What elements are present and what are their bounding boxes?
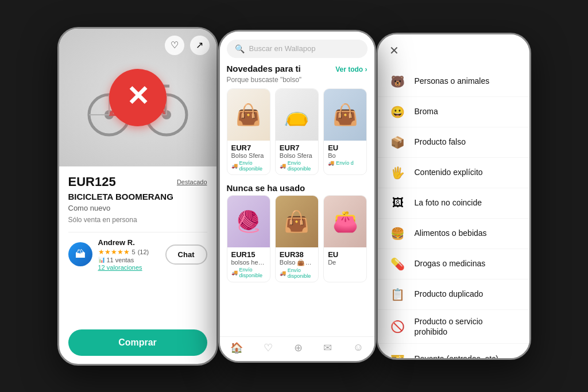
prohibited-icon: 🚫 xyxy=(389,318,407,335)
drugs-icon: 💊 xyxy=(389,255,407,273)
listing-price: EUR125 xyxy=(68,174,116,189)
report-label-people-animals: Personas o animales xyxy=(415,76,490,86)
nav-home[interactable]: 🏠 xyxy=(230,341,243,354)
listing-title: BICICLETA BOOMERANG xyxy=(68,192,207,201)
bike-image-container: ✕ ♡ ↗ xyxy=(59,29,216,166)
joke-icon: 😀 xyxy=(389,103,407,121)
product-card-5[interactable]: 👜 EUR38 Bolso 👜👜👜 ... 🚚 Envío disponible xyxy=(275,195,319,282)
destacado-badge: Destacado xyxy=(177,178,207,185)
product-name-1: Bolso Sfera xyxy=(231,152,266,159)
product-card-4[interactable]: 🧶 EUR15 bolsos hechos a... 🚚 Envío dispo… xyxy=(227,195,270,282)
truck-icon-2: 🚚 xyxy=(280,163,286,169)
phone-browse: 🔍 Buscar en Wallapop Novedades para ti V… xyxy=(218,30,376,363)
shipping-badge-2: 🚚 Envío disponible xyxy=(280,160,314,172)
shipping-text-5: Envío disponible xyxy=(288,267,314,279)
shipping-badge-3: 🚚 Envío d xyxy=(328,160,362,166)
seller-details: Andrew R. ★★★★★ 5 (12) 📊 11 ventas 12 va… xyxy=(98,238,160,271)
report-label-food: Alimentos o bebidas xyxy=(415,228,487,238)
share-icon[interactable]: ↗ xyxy=(190,36,210,55)
nav-profile[interactable]: ☺ xyxy=(353,341,363,354)
people-animals-icon: 🐻 xyxy=(389,73,407,90)
close-button[interactable]: ✕ xyxy=(378,44,411,67)
listing-condition: Como nuevo xyxy=(68,204,207,212)
search-icon: 🔍 xyxy=(235,44,245,53)
product-card-6[interactable]: 👛 EU De xyxy=(323,195,367,282)
product-name-2: Bolso Sfera xyxy=(280,152,314,159)
product-price-6: EU xyxy=(328,250,362,259)
product-card[interactable]: 👜 EUR7 Bolso Sfera 🚚 Envío disponible xyxy=(227,88,270,175)
report-item-fake-product[interactable]: 📦 Producto falso xyxy=(378,127,529,158)
section2-title: Nunca se ha usado xyxy=(227,183,305,193)
report-item-food[interactable]: 🍔 Alimentos o bebidas xyxy=(378,219,529,249)
product-card-2[interactable]: 👝 EUR7 Bolso Sfera 🚚 Envío disponible xyxy=(275,88,319,175)
product-info-4: EUR15 bolsos hechos a... 🚚 Envío disponi… xyxy=(227,247,270,281)
product-image-bag2: 👝 xyxy=(276,89,318,141)
buy-button[interactable]: Comprar xyxy=(68,329,207,356)
product-info-2: EUR7 Bolso Sfera 🚚 Envío disponible xyxy=(276,141,318,174)
fake-product-icon: 📦 xyxy=(389,134,407,151)
product-name-6: De xyxy=(328,259,362,266)
bottom-nav: 🏠 ♡ ⊕ ✉ ☺ xyxy=(220,336,374,361)
favorite-icon[interactable]: ♡ xyxy=(165,36,184,55)
report-item-people-animals[interactable]: 🐻 Personas o animales xyxy=(378,67,529,97)
product-image-bag3: 👜 xyxy=(324,89,366,141)
report-item-prohibited[interactable]: 🚫 Producto o servicio prohibido xyxy=(378,310,529,344)
product-info-1: EUR7 Bolso Sfera 🚚 Envío disponible xyxy=(227,141,270,174)
report-label-photo-mismatch: La foto no coincide xyxy=(415,197,482,208)
food-icon: 🍔 xyxy=(389,225,407,242)
browse-content: Novedades para ti Ver todo › Porque busc… xyxy=(220,64,374,336)
reject-overlay: ✕ xyxy=(109,69,167,126)
shipping-badge-5: 🚚 Envío disponible xyxy=(280,267,314,279)
product-name-4: bolsos hechos a... xyxy=(231,259,266,266)
rating-count: (12) xyxy=(138,249,149,255)
report-label-prohibited: Producto o servicio prohibido xyxy=(415,316,518,337)
report-label-explicit: Contenido explícito xyxy=(415,167,483,177)
shipping-text-1: Envío disponible xyxy=(239,160,266,172)
sales-count: 📊 11 ventas xyxy=(98,257,160,263)
nav-messages[interactable]: ✉ xyxy=(323,341,332,354)
shipping-text-3: Envío d xyxy=(336,160,354,166)
seller-row: 🏔 Andrew R. ★★★★★ 5 (12) 📊 11 ventas 12 … xyxy=(68,232,207,271)
report-label-joke: Broma xyxy=(415,106,438,117)
phone-report: ✕ 🐻 Personas o animales 😀 Broma 📦 Produc… xyxy=(376,33,531,360)
report-item-duplicate[interactable]: 📋 Producto duplicado xyxy=(378,280,529,310)
report-item-photo-mismatch[interactable]: 🖼 La foto no coincide xyxy=(378,188,529,219)
seller-avatar: 🏔 xyxy=(68,242,92,266)
product-price-1: EUR7 xyxy=(231,143,266,152)
product-name-3: Bo xyxy=(328,152,362,159)
chat-button[interactable]: Chat xyxy=(165,244,207,265)
truck-icon-4: 🚚 xyxy=(231,270,238,275)
reviews-link[interactable]: 12 valoraciones xyxy=(98,264,160,271)
truck-icon-1: 🚚 xyxy=(231,163,238,169)
sales-chart-icon: 📊 xyxy=(98,257,105,263)
product-image-extra: 👛 xyxy=(324,196,366,247)
product-price-5: EUR38 xyxy=(280,250,314,259)
products-row-1: 👜 EUR7 Bolso Sfera 🚚 Envío disponible 👝 xyxy=(227,88,368,175)
top-action-icons: ♡ ↗ xyxy=(165,36,210,55)
report-item-drugs[interactable]: 💊 Drogas o medicinas xyxy=(378,249,529,280)
phone-listing: ✕ ♡ ↗ EUR125 Destacado BICICLETA BOOMERA… xyxy=(57,27,218,366)
listing-info: EUR125 Destacado BICICLETA BOOMERANG Com… xyxy=(59,166,216,324)
product-info-5: EUR38 Bolso 👜👜👜 ... 🚚 Envío disponible xyxy=(276,247,318,282)
report-item-resale[interactable]: 🎫 Reventa (entradas, etc) xyxy=(378,344,529,360)
nav-favorites[interactable]: ♡ xyxy=(264,341,273,354)
report-item-joke[interactable]: 😀 Broma xyxy=(378,97,529,127)
search-bar[interactable]: 🔍 Buscar en Wallapop xyxy=(227,40,368,58)
product-image-crochet: 🧶 xyxy=(227,196,270,247)
search-input[interactable]: Buscar en Wallapop xyxy=(249,44,316,53)
resale-icon: 🎫 xyxy=(389,350,407,360)
report-label-drugs: Drogas o medicinas xyxy=(415,258,486,269)
photo-mismatch-icon: 🖼 xyxy=(389,195,407,212)
shipping-text-4: Envío disponible xyxy=(239,267,266,278)
section2-header: Nunca se ha usado xyxy=(227,183,368,193)
product-card-3[interactable]: 👜 EU Bo 🚚 Envío d xyxy=(323,88,367,175)
report-label-resale: Reventa (entradas, etc) xyxy=(415,354,498,360)
report-item-explicit[interactable]: 🖐 Contenido explícito xyxy=(378,158,529,188)
product-price-3: EU xyxy=(328,143,362,152)
report-label-fake-product: Producto falso xyxy=(415,137,466,147)
product-name-5: Bolso 👜👜👜 ... xyxy=(280,259,314,266)
shipping-badge-1: 🚚 Envío disponible xyxy=(231,160,266,172)
see-all-link[interactable]: Ver todo › xyxy=(335,65,367,73)
nav-add[interactable]: ⊕ xyxy=(294,341,303,354)
shipping-text-2: Envío disponible xyxy=(288,160,314,172)
